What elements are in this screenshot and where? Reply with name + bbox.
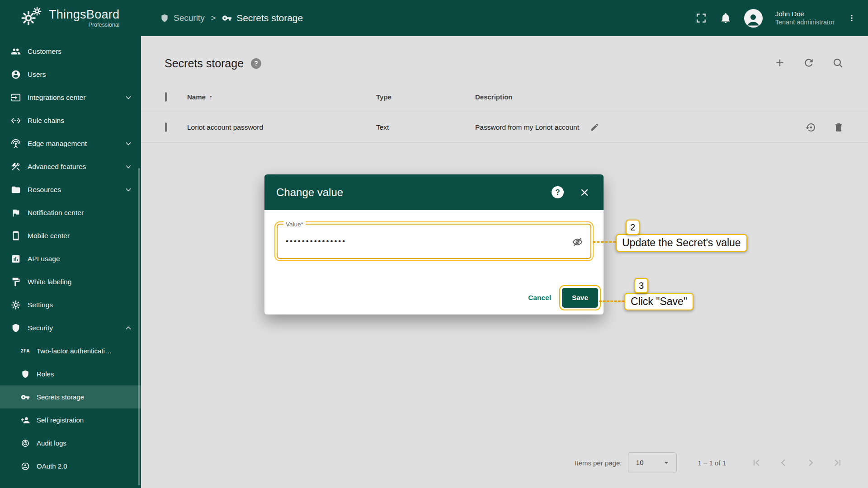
dialog-header: Change value ?	[264, 174, 604, 210]
annotation-step-2-label: Update the Secret's value	[616, 234, 747, 252]
visibility-off-icon[interactable]	[572, 236, 583, 248]
value-field-label: Value*	[283, 221, 306, 228]
save-button[interactable]: Save	[562, 288, 598, 308]
dialog-title: Change value	[276, 186, 343, 199]
cancel-button[interactable]: Cancel	[528, 294, 551, 302]
dialog-help-icon[interactable]: ?	[552, 186, 564, 198]
secret-value-input[interactable]	[286, 237, 563, 246]
annotation-step-3-label: Click "Save"	[624, 293, 693, 310]
annotation-step-3-badge: 3	[634, 278, 648, 293]
close-icon[interactable]	[579, 187, 590, 198]
annotation-dash-line	[599, 300, 624, 302]
change-value-dialog: Change value ? Value* Cancel Save	[264, 174, 604, 314]
annotation-step-2-badge: 2	[626, 220, 640, 235]
annotation-dash-line	[593, 241, 616, 243]
secret-value-field: Value*	[277, 224, 591, 259]
dialog-footer: Cancel Save	[264, 281, 604, 314]
